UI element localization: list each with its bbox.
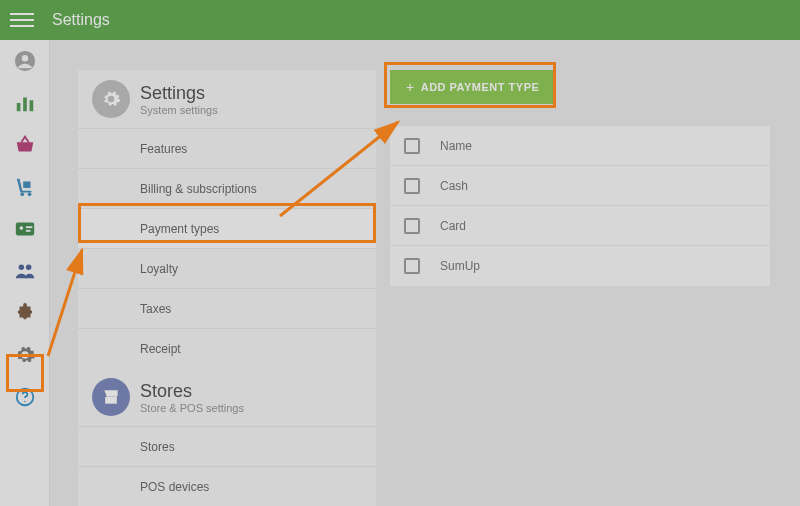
list-row-sumup[interactable]: SumUp [390, 246, 770, 286]
row-label: Cash [440, 179, 468, 193]
svg-point-15 [24, 401, 25, 402]
stores-item-stores[interactable]: Stores [78, 426, 376, 466]
settings-item-billing[interactable]: Billing & subscriptions [78, 168, 376, 208]
svg-rect-2 [16, 103, 20, 111]
extension-icon[interactable] [14, 302, 36, 324]
stores-subtitle: Store & POS settings [140, 402, 244, 414]
stores-item-pos[interactable]: POS devices [78, 466, 376, 506]
menu-icon[interactable] [10, 8, 34, 32]
settings-subtitle: System settings [140, 104, 218, 116]
left-rail [0, 40, 50, 506]
svg-rect-4 [29, 100, 33, 111]
payment-types-list: Name Cash Card SumUp [390, 126, 770, 286]
svg-rect-5 [23, 182, 30, 188]
basket-icon[interactable] [14, 134, 36, 156]
row-checkbox[interactable] [404, 178, 420, 194]
settings-panel: Settings System settings Features Billin… [78, 70, 376, 506]
app-bar: Settings [0, 0, 800, 40]
svg-point-12 [18, 265, 23, 271]
column-header-name: Name [440, 139, 472, 153]
settings-item-taxes[interactable]: Taxes [78, 288, 376, 328]
payment-types-panel: + ADD PAYMENT TYPE Name Cash Card SumUp [390, 70, 770, 286]
main-area: Settings System settings Features Billin… [50, 40, 800, 506]
chart-icon[interactable] [14, 92, 36, 114]
add-button-label: ADD PAYMENT TYPE [421, 81, 540, 93]
settings-item-loyalty[interactable]: Loyalty [78, 248, 376, 288]
stores-title: Stores [140, 381, 244, 402]
gear-icon[interactable] [14, 344, 36, 366]
svg-rect-3 [23, 98, 27, 112]
plus-icon: + [406, 79, 415, 95]
dolly-icon[interactable] [14, 176, 36, 198]
settings-item-payment-types[interactable]: Payment types [78, 208, 376, 248]
id-card-icon[interactable] [14, 218, 36, 240]
row-label: Card [440, 219, 466, 233]
store-circle-icon [92, 378, 130, 416]
add-payment-type-button[interactable]: + ADD PAYMENT TYPE [390, 70, 555, 104]
row-checkbox[interactable] [404, 218, 420, 234]
list-header-row: Name [390, 126, 770, 166]
svg-rect-11 [25, 230, 30, 232]
help-icon[interactable] [14, 386, 36, 408]
people-icon[interactable] [14, 260, 36, 282]
settings-title: Settings [140, 83, 218, 104]
list-row-card[interactable]: Card [390, 206, 770, 246]
select-all-checkbox[interactable] [404, 138, 420, 154]
settings-header: Settings System settings [78, 70, 376, 128]
svg-point-13 [25, 265, 30, 271]
page-title: Settings [52, 11, 110, 29]
row-checkbox[interactable] [404, 258, 420, 274]
list-row-cash[interactable]: Cash [390, 166, 770, 206]
row-label: SumUp [440, 259, 480, 273]
svg-point-9 [19, 226, 23, 230]
stores-header: Stores Store & POS settings [78, 368, 376, 426]
settings-item-receipt[interactable]: Receipt [78, 328, 376, 368]
settings-item-features[interactable]: Features [78, 128, 376, 168]
account-icon[interactable] [14, 50, 36, 72]
svg-point-7 [27, 193, 31, 197]
svg-rect-10 [25, 226, 31, 228]
gear-circle-icon [92, 80, 130, 118]
svg-rect-8 [15, 223, 33, 236]
svg-rect-16 [105, 397, 117, 404]
svg-point-6 [20, 193, 24, 197]
svg-point-1 [21, 55, 27, 61]
